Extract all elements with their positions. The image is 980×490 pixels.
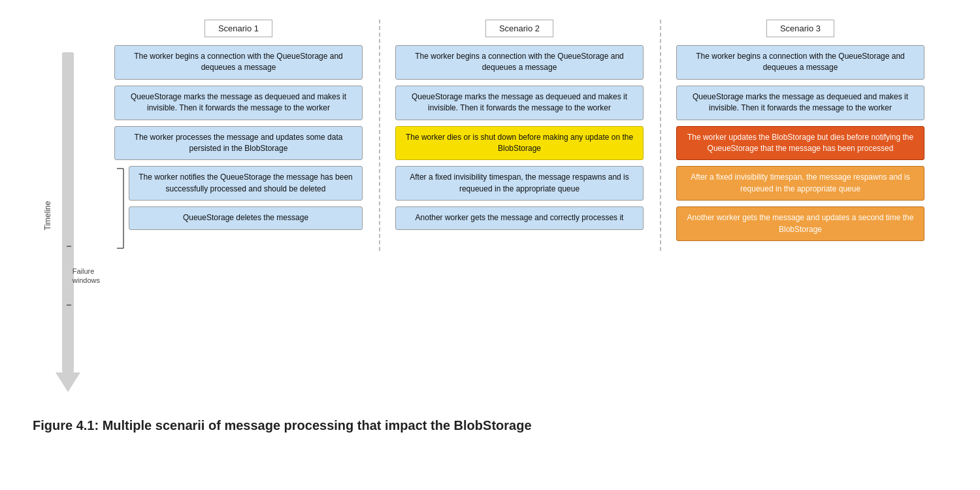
scenario-3-step-5: Another worker gets the message and upda… (676, 206, 925, 241)
scenario-3-step-2: QueueStorage marks the message as dequeu… (676, 86, 925, 120)
scenarios-grid: Scenario 1 The worker begins a connectio… (98, 20, 941, 251)
timeline-shaft (62, 52, 74, 372)
scenario-1-step-1: The worker begins a connection with the … (114, 45, 363, 80)
timeline-arrow: Timeline (56, 52, 82, 392)
scenario-2-step-5: Another worker gets the message and corr… (395, 206, 644, 229)
scenario-1-column: Scenario 1 The worker begins a connectio… (98, 20, 379, 251)
timeline-arrowhead (56, 372, 80, 392)
scenario-2-step-3: The worker dies or is shut down before m… (395, 126, 644, 161)
scenario-2-step-2: QueueStorage marks the message as dequeu… (395, 86, 644, 120)
failure-bracket-svg (64, 243, 71, 308)
failure-windows-label: Failure windows (73, 267, 103, 286)
scenario-1-step-2: QueueStorage marks the message as dequeu… (114, 86, 363, 120)
timeline-label: Timeline (43, 201, 52, 230)
scenario-2-step-4: After a fixed invisibility timespan, the… (395, 166, 644, 201)
scenario-1-bracket-boxes: The worker notifies the QueueStorage the… (129, 166, 363, 235)
figure-caption: Figure 4.1: Multiple scenarii of message… (33, 418, 947, 433)
scenario-3-column: Scenario 3 The worker begins a connectio… (660, 20, 941, 251)
scenario-1-step-4: The worker notifies the QueueStorage the… (129, 166, 363, 201)
scenario-1-step-5: QueueStorage deletes the message (129, 206, 363, 229)
scenario-3-step-3: The worker updates the BlobStorage but d… (676, 126, 925, 161)
scenario-2-column: Scenario 2 The worker begins a connectio… (379, 20, 660, 251)
diagram-outer: Timeline Failure windows Scenario 1 The … (39, 20, 941, 392)
scenario-3-step-4: After a fixed invisibility timespan, the… (676, 166, 925, 201)
scenario-1-step-3: The worker processes the message and upd… (114, 126, 363, 161)
scenario-1-title: Scenario 1 (204, 20, 272, 37)
left-panel: Timeline Failure windows (39, 20, 98, 392)
scenario-2-step-1: The worker begins a connection with the … (395, 45, 644, 80)
scenario-1-failure-section: The worker notifies the QueueStorage the… (114, 166, 363, 251)
failure-windows-area: Failure windows (64, 243, 103, 308)
scenario-3-step-1: The worker begins a connection with the … (676, 45, 925, 80)
scenario-3-title: Scenario 3 (766, 20, 834, 37)
scenario-2-title: Scenario 2 (485, 20, 553, 37)
scenario-1-bracket (114, 166, 126, 251)
